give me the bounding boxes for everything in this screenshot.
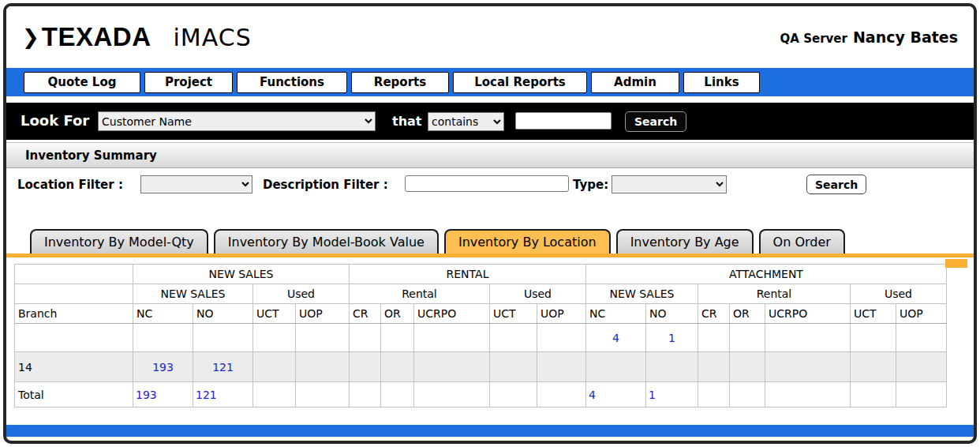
- inventory-cell: [490, 382, 537, 408]
- description-filter-input[interactable]: [405, 175, 569, 192]
- inventory-count-link[interactable]: 193: [136, 389, 157, 401]
- column-header: Branch: [15, 304, 133, 324]
- inventory-cell: 4: [586, 382, 646, 408]
- tab-inventory-by-model-book-value[interactable]: Inventory By Model-Book Value: [214, 229, 439, 254]
- inventory-count-link[interactable]: 4: [589, 389, 596, 401]
- column-header: UOP: [896, 304, 947, 324]
- inventory-cell: 121: [193, 352, 253, 382]
- tab-inventory-by-location[interactable]: Inventory By Location: [444, 229, 611, 254]
- tab-inventory-by-model-qty[interactable]: Inventory By Model-Qty: [30, 229, 208, 254]
- inventory-count-link[interactable]: 121: [212, 361, 234, 374]
- inventory-count-link[interactable]: 1: [649, 389, 656, 401]
- subgroup-header: NEW SALES: [586, 284, 698, 304]
- inventory-cell: [698, 382, 730, 408]
- inventory-cell: [381, 352, 414, 382]
- table-section: NEW SALESRENTALATTACHMENTNEW SALESUsedRe…: [14, 264, 974, 408]
- inventory-cell: [537, 382, 586, 408]
- inventory-cell: [698, 324, 730, 352]
- look-for-bar: Look For Customer Name that contains Sea…: [6, 103, 974, 140]
- inventory-cell: [381, 382, 414, 408]
- column-header: UCT: [851, 304, 896, 324]
- branch-cell: Total: [15, 382, 133, 408]
- look-for-search-button[interactable]: Search: [625, 111, 686, 132]
- nav-quote-log[interactable]: Quote Log: [24, 72, 140, 93]
- location-filter-select[interactable]: [140, 175, 252, 193]
- nav-local-reports[interactable]: Local Reports: [453, 72, 587, 93]
- inventory-count-link[interactable]: 121: [196, 389, 217, 401]
- inventory-cell: [851, 352, 896, 382]
- type-filter-select[interactable]: [612, 175, 727, 193]
- inventory-cell: [350, 352, 381, 382]
- inventory-cell: [490, 324, 537, 352]
- group-header: ATTACHMENT: [586, 265, 947, 284]
- inventory-cell: [296, 324, 350, 352]
- inventory-cell: [537, 352, 586, 382]
- inventory-cell: 4: [586, 324, 646, 352]
- inventory-cell: [698, 352, 730, 382]
- corner-cell: [15, 284, 133, 304]
- inventory-cell: [851, 382, 896, 408]
- nav-reports[interactable]: Reports: [351, 72, 449, 93]
- location-filter-label: Location Filter :: [17, 178, 123, 192]
- column-header: CR: [350, 304, 381, 324]
- brand: ❯ TEXADA iMACS: [22, 22, 252, 52]
- inventory-cell: [490, 352, 537, 382]
- inventory-cell: [414, 324, 490, 352]
- tab-inventory-by-age[interactable]: Inventory By Age: [616, 229, 754, 254]
- nav-functions[interactable]: Functions: [237, 72, 347, 93]
- inventory-cell: [414, 382, 490, 408]
- inventory-count-link[interactable]: 1: [668, 332, 675, 344]
- branch-cell: 14: [15, 352, 133, 382]
- column-header: OR: [381, 304, 414, 324]
- inventory-cell: 193: [133, 382, 193, 408]
- inventory-count-link[interactable]: 193: [152, 361, 174, 374]
- filter-search-button[interactable]: Search: [806, 175, 866, 194]
- type-filter-label: Type:: [573, 178, 608, 192]
- subgroup-header: Used: [851, 284, 947, 304]
- column-header: NO: [193, 304, 253, 324]
- inventory-cell: 121: [193, 382, 253, 408]
- table-row: 14193121: [15, 352, 947, 382]
- server-label: QA Server: [780, 32, 847, 46]
- inventory-cell: [646, 352, 698, 382]
- inventory-cell: [350, 382, 381, 408]
- inventory-cell: [414, 352, 490, 382]
- inventory-cell: 1: [646, 324, 698, 352]
- inventory-cell: [253, 352, 296, 382]
- tab-strip: Inventory By Model-QtyInventory By Model…: [6, 229, 974, 254]
- nav-links[interactable]: Links: [683, 72, 760, 93]
- look-for-label: Look For: [21, 112, 89, 129]
- group-header: RENTAL: [350, 265, 586, 284]
- column-header: UCT: [253, 304, 296, 324]
- column-header: UOP: [296, 304, 350, 324]
- inventory-cell: [765, 382, 851, 408]
- nav-admin[interactable]: Admin: [591, 72, 679, 93]
- look-for-field-select[interactable]: Customer Name: [98, 111, 376, 131]
- inventory-cell: [765, 352, 851, 382]
- inventory-cell: [896, 352, 947, 382]
- inventory-count-link[interactable]: 4: [612, 332, 619, 344]
- inventory-cell: [730, 382, 765, 408]
- subgroup-header: Rental: [698, 284, 851, 304]
- inventory-cell: [730, 352, 765, 382]
- table-row: Total19312141: [15, 382, 947, 408]
- subgroup-header: NEW SALES: [133, 284, 253, 304]
- user-area: QA Server Nancy Bates: [780, 28, 958, 46]
- inventory-cell: [381, 324, 414, 352]
- inventory-cell: [896, 382, 947, 408]
- scrollbar-nub: [945, 259, 967, 268]
- column-header: NC: [586, 304, 646, 324]
- inventory-cell: [765, 324, 851, 352]
- inventory-cell: [851, 324, 896, 352]
- inventory-cell: [586, 352, 646, 382]
- inventory-table: NEW SALESRENTALATTACHMENTNEW SALESUsedRe…: [14, 264, 947, 408]
- tab-rule: [6, 254, 974, 257]
- nav-project[interactable]: Project: [144, 72, 233, 93]
- look-for-operator-select[interactable]: contains: [428, 112, 504, 131]
- inventory-cell: [730, 324, 765, 352]
- table-row: 41: [15, 324, 947, 352]
- tab-on-order[interactable]: On Order: [759, 229, 845, 254]
- texada-chevron-icon: ❯: [22, 25, 39, 49]
- look-for-term-input[interactable]: [515, 112, 612, 130]
- bottom-bar: [6, 425, 974, 437]
